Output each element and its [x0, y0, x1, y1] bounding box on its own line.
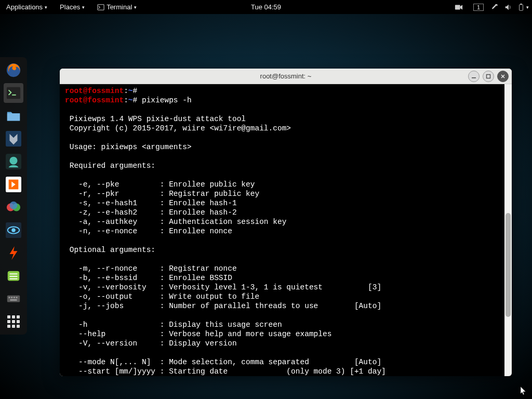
dock-show-apps[interactable]: [4, 312, 23, 331]
top-panel: Applications ▾ Places ▾ Terminal ▾ Tue 0…: [0, 0, 532, 14]
metasploit-icon: [6, 131, 21, 147]
svg-point-14: [10, 202, 18, 209]
color-picker-indicator[interactable]: [488, 0, 501, 14]
maximize-button[interactable]: [483, 71, 494, 82]
apps-grid-icon: [7, 315, 20, 328]
window-titlebar[interactable]: root@fossmint: ~: [60, 69, 512, 84]
close-icon: [500, 74, 506, 79]
dock-terminal[interactable]: [4, 83, 23, 103]
dock-zenmap[interactable]: [4, 220, 23, 240]
tweaks-icon: [6, 268, 21, 284]
svg-rect-22: [7, 295, 20, 302]
svg-rect-29: [487, 74, 490, 78]
prompt-colon: :: [124, 96, 128, 104]
face-icon: [6, 154, 21, 169]
dock: [0, 57, 27, 335]
lightning-icon: [6, 245, 21, 261]
terminal-icon: [97, 4, 104, 11]
chevron-down-icon: ▾: [45, 5, 47, 10]
out-line: -n, --e-nonce : Enrollee nonce: [65, 227, 232, 235]
svg-rect-0: [98, 4, 104, 10]
minimize-icon: [471, 74, 476, 79]
svg-rect-2: [520, 4, 523, 10]
dock-metasploit[interactable]: [4, 129, 23, 149]
minimize-button[interactable]: [468, 71, 480, 82]
out-line: -e, --pke : Enrollee public key: [65, 180, 255, 189]
maximize-icon: [486, 74, 491, 79]
out-line: --mode N[,... N] : Mode selection, comma…: [65, 358, 381, 366]
disks-icon: [6, 200, 21, 215]
out-line: -a, --authkey : Authentication session k…: [65, 218, 286, 226]
applications-label: Applications: [6, 3, 43, 11]
prompt-path: ~: [128, 87, 133, 95]
svg-rect-28: [472, 77, 476, 78]
svg-point-17: [11, 228, 16, 232]
dock-files[interactable]: [4, 106, 23, 126]
svg-rect-21: [10, 278, 18, 280]
record-indicator[interactable]: [448, 0, 469, 14]
volume-icon: [504, 4, 512, 11]
out-line: -z, --e-hash2 : Enrollee hash-2: [65, 208, 237, 217]
dock-firefox[interactable]: [4, 60, 23, 80]
out-line: Optional arguments:: [65, 246, 155, 254]
out-line: -m, --r-nonce : Registrar nonce: [65, 264, 237, 273]
close-button[interactable]: [497, 71, 509, 82]
prompt-hash: #: [133, 87, 138, 95]
terminal-body[interactable]: root@fossmint:~# root@fossmint:~# pixiew…: [60, 84, 512, 376]
svg-point-10: [10, 157, 18, 165]
folder-icon: [6, 108, 21, 124]
svg-rect-23: [9, 297, 10, 298]
dock-tweaks[interactable]: [4, 266, 23, 286]
terminal-menu[interactable]: Terminal ▾: [91, 0, 143, 14]
places-label: Places: [60, 3, 80, 11]
chevron-down-icon: ▾: [82, 5, 85, 10]
out-line: -s, --e-hash1 : Enrollee hash-1: [65, 199, 237, 207]
out-line: --start [mm/]yyyy : Starting date (only …: [65, 367, 386, 376]
chevron-down-icon: ▾: [526, 5, 529, 10]
out-line: Copyright (c) 2015-2017, wiire <wi7ire@g…: [65, 124, 291, 132]
places-menu[interactable]: Places ▾: [54, 0, 91, 14]
clock-label: Tue 04:59: [251, 3, 281, 11]
workspace-switcher[interactable]: 1: [469, 0, 488, 14]
power-indicator[interactable]: ▾: [515, 0, 532, 14]
camera-icon: [455, 4, 463, 11]
terminal-window: root@fossmint: ~ root@fossmint:~# root@f…: [60, 69, 512, 376]
window-controls: [468, 71, 509, 82]
svg-rect-24: [11, 297, 12, 298]
dock-leafpad[interactable]: [4, 243, 23, 263]
dock-recorder[interactable]: [4, 197, 23, 217]
applications-menu[interactable]: Applications ▾: [0, 0, 54, 14]
terminal-scrollbar[interactable]: [504, 84, 512, 376]
keyboard-icon: [6, 291, 21, 307]
terminal-label: Terminal: [107, 3, 132, 11]
cmd-line-2: pixiewps -h: [137, 96, 191, 104]
svg-rect-7: [7, 113, 20, 121]
volume-indicator[interactable]: [501, 0, 515, 14]
svg-rect-20: [10, 276, 18, 277]
dropper-icon: [491, 4, 498, 11]
svg-rect-3: [520, 4, 522, 5]
svg-rect-27: [10, 299, 17, 301]
out-line: -o, --output : Write output to file: [65, 292, 259, 301]
terminal-output[interactable]: root@fossmint:~# root@fossmint:~# pixiew…: [60, 84, 504, 376]
out-line: Usage: pixiewps <arguments>: [65, 143, 192, 151]
prompt-user: root@fossmint: [65, 87, 124, 95]
dock-armitage[interactable]: [4, 152, 23, 171]
out-line: -h : Display this usage screen: [65, 321, 282, 329]
prompt-hash: #: [133, 96, 138, 104]
svg-rect-19: [10, 273, 18, 274]
dock-keyboard[interactable]: [4, 289, 23, 309]
dock-burpsuite[interactable]: [4, 175, 23, 194]
svg-rect-1: [455, 5, 460, 9]
out-line: -j, --jobs : Number of parallel threads …: [65, 302, 381, 310]
out-line: -V, --version : Display version: [65, 339, 237, 348]
mouse-cursor: [521, 387, 527, 396]
svg-rect-5: [7, 87, 20, 99]
prompt-user: root@fossmint: [65, 96, 124, 104]
svg-rect-26: [16, 297, 18, 298]
out-line: -r, --pkr : Registrar public key: [65, 190, 259, 198]
terminal-icon: [6, 85, 21, 101]
clock[interactable]: Tue 04:59: [245, 0, 287, 14]
prompt-colon: :: [124, 87, 128, 95]
scrollbar-thumb[interactable]: [506, 213, 511, 317]
